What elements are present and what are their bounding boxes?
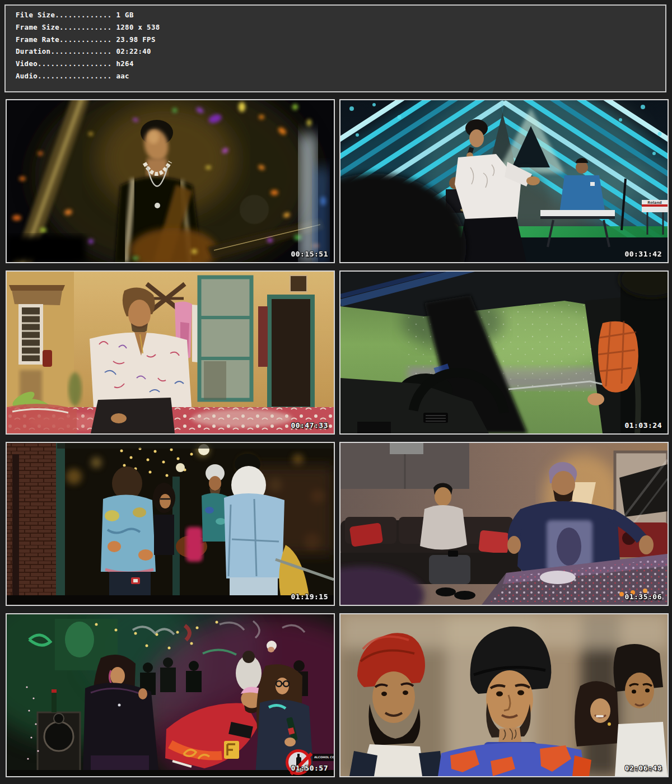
statutory-warning: ALCOHOL CONSUMPTION IS IN: [286, 748, 335, 777]
warning-text-band: ALCOHOL CONSUMPTION IS IN: [312, 754, 335, 761]
timestamp-6: 01:35:06: [624, 592, 662, 601]
scene-party-neon-art: [7, 614, 334, 776]
file-info-line-audio: Audio................. aac: [16, 71, 665, 83]
screenshot-thumb-6: 01:35:06: [339, 442, 669, 606]
media-info-sheet: { "colors": { "page_bg": "#1e1e1e", "inf…: [0, 0, 672, 784]
file-info-line-video: Video................. h264: [16, 58, 665, 71]
smiling-woman: [575, 681, 619, 746]
green-pole: [56, 443, 65, 605]
timestamp-3: 00:47:33: [291, 421, 328, 430]
scene-studio-art: [340, 443, 668, 605]
timestamp-2: 00:31:42: [624, 250, 662, 258]
screenshot-grid: 00:15:51: [6, 99, 669, 777]
scene-concert-confetti-art: [7, 100, 334, 262]
timestamp-8: 02:06:48: [624, 764, 662, 772]
file-info-line-filesize: File Size............. 1 GB: [16, 10, 665, 22]
screenshot-thumb-2: YAMAHA: [339, 99, 669, 263]
lamp-globe-2: [176, 463, 185, 472]
screenshot-thumb-4: 01:03:24: [339, 270, 669, 435]
scene-closeup-crowd-art: [340, 614, 668, 776]
timestamp-1: 00:15:51: [291, 250, 328, 258]
timestamp-4: 01:03:24: [624, 421, 662, 430]
scene-car-interior-art: [340, 272, 668, 433]
soap-bubble: [240, 195, 269, 224]
timestamp-7: 01:50:57: [291, 764, 328, 772]
screenshot-thumb-5: 01:19:15: [6, 442, 335, 606]
file-info-box: File Size............. 1 GB Frame Size..…: [4, 4, 666, 92]
file-info-line-duration: Duration.............. 02:22:40: [16, 46, 665, 58]
file-info-line-framesize: Frame Size............ 1280 x 538: [16, 22, 665, 34]
timestamp-5: 01:19:15: [291, 592, 328, 601]
scene-courtyard-art: [7, 272, 334, 433]
file-info-line-framerate: Frame Rate............ 23.98 FPS: [16, 34, 665, 46]
screenshot-thumb-1: 00:15:51: [6, 99, 335, 263]
vent: [390, 443, 423, 454]
scene-street-night-art: [7, 443, 334, 605]
svg-text:Roland: Roland: [647, 200, 662, 205]
screenshot-thumb-3: 00:47:33: [6, 270, 335, 435]
screenshot-thumb-8: 02:06:48: [339, 613, 669, 777]
screenshot-thumb-7: ALCOHOL CONSUMPTION IS IN 01:50:57: [6, 613, 335, 777]
scene-neon-stage-art: YAMAHA: [340, 100, 668, 262]
pink-shirt-person: [186, 527, 203, 562]
